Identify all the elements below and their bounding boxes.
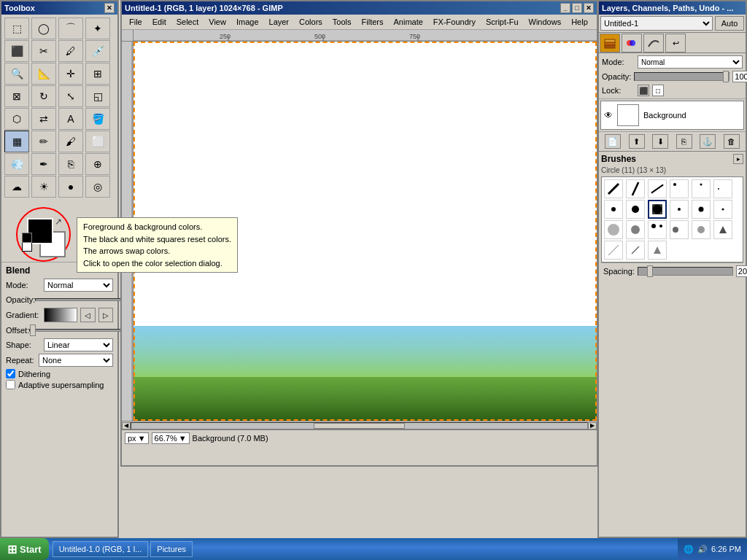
menu-colors[interactable]: Colors [295, 16, 327, 28]
taskbar-gimp-item[interactable]: Untitled-1.0 (RGB, 1 l... [53, 541, 149, 557]
crop-tool[interactable]: ⊠ [4, 85, 29, 107]
repeat-select[interactable]: None Sawtooth Wave Triangular Wave [39, 354, 113, 367]
brush-item[interactable] [604, 179, 623, 198]
fuzzy-select-tool[interactable]: ✦ [85, 18, 110, 39]
brush-item[interactable] [713, 200, 732, 219]
reset-colors-btn[interactable] [22, 241, 32, 252]
text-tool[interactable]: A [58, 108, 83, 130]
channels-tab-icon[interactable] [622, 34, 642, 52]
pencil-tool[interactable]: ✏ [31, 131, 56, 152]
brush-item[interactable] [692, 220, 711, 239]
brush-item[interactable] [626, 200, 645, 219]
gradient-edit-btn[interactable]: ◁ [80, 308, 95, 322]
layer-visibility-eye[interactable]: 👁 [604, 110, 613, 120]
brush-item[interactable] [626, 179, 645, 198]
ink-tool[interactable]: ✒ [31, 153, 56, 175]
blend-tool[interactable]: ▦ [4, 131, 29, 152]
align-tool[interactable]: ⊞ [85, 63, 110, 85]
airbrush-tool[interactable]: 💨 [4, 153, 29, 175]
anchor-layer-btn[interactable]: ⚓ [700, 134, 716, 149]
paintbrush-tool[interactable]: 🖌 [58, 131, 83, 152]
paths-tool[interactable]: 🖊 [58, 40, 83, 62]
brush-item[interactable] [604, 241, 623, 260]
spacing-slider[interactable] [638, 267, 733, 276]
scrollbar-track[interactable] [131, 422, 588, 429]
brush-item[interactable] [692, 200, 711, 219]
layer-mode-select[interactable]: Normal [638, 55, 743, 69]
undo-tab-icon[interactable]: ↩ [665, 34, 686, 52]
delete-layer-btn[interactable]: 🗑 [724, 134, 740, 149]
menu-edit[interactable]: Edit [148, 16, 171, 28]
menu-filters[interactable]: Filters [357, 16, 388, 28]
menu-help[interactable]: Help [567, 16, 592, 28]
start-button[interactable]: ⊞ Start [0, 538, 49, 560]
scissors-tool[interactable]: ✂ [31, 40, 56, 62]
zoom-selector[interactable]: 66.7% ▼ [152, 432, 190, 444]
brush-item[interactable] [713, 220, 732, 239]
menu-view[interactable]: View [204, 16, 231, 28]
convolve-tool[interactable]: ◎ [85, 176, 110, 198]
gimp-maximize-btn[interactable]: □ [572, 3, 582, 13]
opacity-slider[interactable] [35, 298, 131, 301]
mode-select[interactable]: Normal Dissolve Multiply [44, 279, 113, 292]
ellipse-select-tool[interactable]: ◯ [31, 18, 56, 39]
document-select[interactable]: Untitled-1 [600, 16, 713, 31]
lower-layer-btn[interactable]: ⬇ [652, 134, 668, 149]
perspective-tool[interactable]: ⬡ [4, 108, 29, 130]
brush-item[interactable] [670, 220, 689, 239]
brush-item[interactable] [604, 220, 623, 239]
brush-item[interactable] [626, 241, 645, 260]
flip-tool[interactable]: ⇄ [31, 108, 56, 130]
offset-slider[interactable] [29, 329, 125, 332]
swap-colors-btn[interactable]: ↗ [55, 217, 62, 227]
brush-item[interactable] [604, 200, 623, 219]
reset-fg-btn[interactable] [22, 233, 32, 243]
adaptive-checkbox[interactable] [6, 380, 15, 389]
scrollbar-thumb[interactable] [314, 423, 405, 429]
brush-item[interactable] [692, 179, 711, 198]
toolbox-close-button[interactable]: ✕ [104, 3, 115, 13]
lock-alpha-btn[interactable]: □ [652, 85, 664, 96]
horizontal-scrollbar[interactable]: ◀ ▶ [122, 421, 597, 429]
color-picker-tool[interactable]: 💉 [85, 40, 110, 62]
paths-tab-icon[interactable] [643, 34, 664, 52]
menu-animate[interactable]: Animate [389, 16, 427, 28]
measure-tool[interactable]: 📐 [31, 63, 56, 85]
scroll-right-btn[interactable]: ▶ [588, 422, 597, 429]
brush-item[interactable] [648, 241, 667, 260]
brush-item-selected[interactable] [648, 200, 667, 219]
dodge-burn-tool[interactable]: ● [58, 176, 83, 198]
menu-select[interactable]: Select [172, 16, 204, 28]
menu-script-fu[interactable]: Script-Fu [481, 16, 523, 28]
dithering-checkbox[interactable] [6, 369, 15, 378]
menu-fx-foundry[interactable]: FX-Foundry [429, 16, 480, 28]
menu-image[interactable]: Image [232, 16, 263, 28]
brushes-expand-btn[interactable]: ▸ [733, 154, 743, 164]
select-by-color-tool[interactable]: ⬛ [4, 40, 29, 62]
auto-button[interactable]: Auto [715, 16, 744, 31]
free-select-tool[interactable]: ⌒ [58, 18, 83, 39]
clone-tool[interactable]: ⎘ [58, 153, 83, 175]
brush-item[interactable] [648, 179, 667, 198]
bucket-fill-tool[interactable]: 🪣 [85, 108, 110, 130]
gimp-close-btn[interactable]: ✕ [584, 3, 594, 13]
layer-opacity-slider[interactable] [634, 72, 729, 81]
menu-layer[interactable]: Layer [265, 16, 294, 28]
layers-tab-icon[interactable] [600, 34, 620, 52]
brush-item[interactable] [626, 220, 645, 239]
brush-item[interactable] [713, 179, 732, 198]
brush-item[interactable] [670, 179, 689, 198]
brush-item[interactable] [648, 220, 667, 239]
menu-tools[interactable]: Tools [328, 16, 356, 28]
shape-select[interactable]: Linear Bi-Linear Radial [44, 338, 113, 351]
scale-tool[interactable]: ⤡ [58, 85, 83, 107]
move-tool[interactable]: ✛ [58, 63, 83, 85]
zoom-tool[interactable]: 🔍 [4, 63, 29, 85]
eraser-tool[interactable]: ⬜ [85, 131, 110, 152]
gimp-minimize-btn[interactable]: _ [560, 3, 570, 13]
scroll-left-btn[interactable]: ◀ [122, 422, 131, 429]
gradient-preview[interactable] [44, 308, 77, 322]
smudge-tool[interactable]: ☁ [4, 176, 29, 198]
brush-item[interactable] [670, 200, 689, 219]
menu-windows[interactable]: Windows [525, 16, 566, 28]
